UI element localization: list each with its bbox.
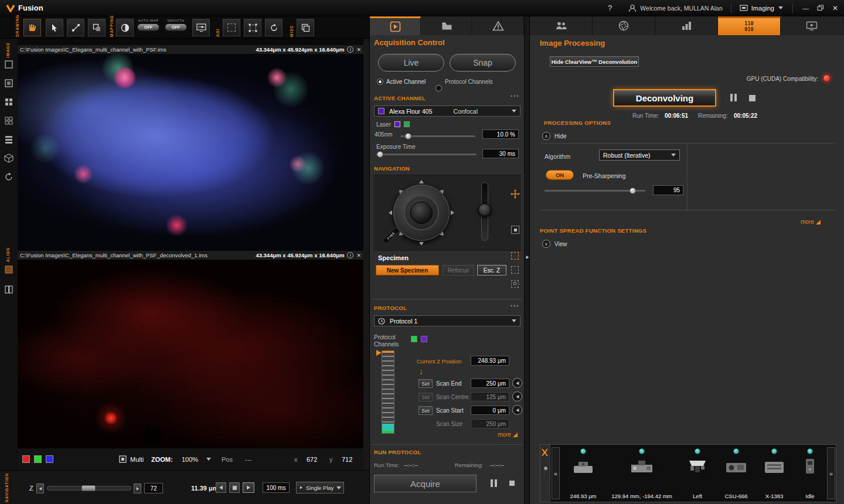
laser-power-slider[interactable]: [400, 135, 475, 137]
refresh-view-button[interactable]: [4, 172, 13, 183]
expand-panel-icon[interactable]: [526, 256, 529, 259]
copy-view-button[interactable]: [297, 19, 314, 36]
roi-preset-3-button[interactable]: [511, 280, 519, 288]
image2-info-icon[interactable]: i: [347, 252, 353, 258]
aoi-select-button[interactable]: [223, 19, 240, 36]
image1-canvas[interactable]: [18, 54, 363, 251]
channel-selector-dropdown[interactable]: Alexa Flour 405 Confocal: [374, 105, 520, 117]
protocol-channels-radio[interactable]: [435, 85, 442, 91]
scan-start-value[interactable]: 0 μm: [471, 406, 509, 415]
align-tool-button[interactable]: [4, 265, 13, 275]
protocol-channels-radio-label[interactable]: Protocol Channels: [445, 79, 493, 85]
multi-grid-view-button[interactable]: [4, 116, 13, 127]
refocus-button[interactable]: Refocus: [443, 265, 474, 275]
roi-preset-1-button[interactable]: [511, 252, 519, 260]
image2-close-icon[interactable]: ✕: [356, 253, 361, 258]
split-align-button[interactable]: [4, 285, 13, 295]
snap-button[interactable]: Snap: [450, 54, 516, 71]
play-forward-button[interactable]: [243, 482, 254, 493]
protocol-purple-channel-swatch[interactable]: [421, 336, 427, 342]
close-button[interactable]: ✕: [832, 4, 838, 12]
hand-tool-button[interactable]: [23, 19, 41, 36]
device-laser-unit[interactable]: X-1383: [755, 445, 793, 502]
presharpening-value[interactable]: 95: [653, 185, 683, 195]
automap-toggle[interactable]: OFF: [137, 23, 159, 31]
image2-canvas[interactable]: [18, 260, 363, 448]
active-channel-menu[interactable]: •••: [511, 93, 519, 99]
stage-limits-icon[interactable]: [511, 226, 519, 234]
hide-clearview-button[interactable]: Hide ClearView™ Deconvolution: [550, 56, 639, 67]
exposure-value[interactable]: 30 ms: [482, 149, 519, 158]
single-view-button[interactable]: [4, 60, 13, 70]
joystick-knob[interactable]: [410, 202, 433, 224]
collapse-options-button[interactable]: ∧: [542, 132, 550, 140]
zoom-value[interactable]: 100%: [182, 456, 198, 463]
shape-tool-button[interactable]: [88, 19, 106, 36]
protocol-menu[interactable]: •••: [511, 303, 519, 309]
green-channel-swatch[interactable]: [34, 455, 42, 463]
line-tool-button[interactable]: [67, 19, 84, 36]
dock-scroll-right-button[interactable]: »: [827, 447, 835, 499]
laser-green-checkbox[interactable]: [404, 121, 410, 127]
esc-z-button[interactable]: Esc. Z: [477, 265, 506, 275]
blue-channel-swatch[interactable]: [46, 455, 53, 463]
protocol-green-channel-swatch[interactable]: [411, 336, 417, 342]
grid-view-button[interactable]: [4, 97, 13, 108]
deconvolving-button[interactable]: Deconvolving: [613, 89, 716, 107]
image1-info-icon[interactable]: i: [347, 46, 353, 53]
aoi-edit-button[interactable]: [244, 19, 261, 36]
stop-deconvolution-button[interactable]: [749, 95, 755, 101]
device-z-stage[interactable]: 248.93 μm: [560, 445, 607, 502]
tab-alerts[interactable]: [473, 16, 524, 35]
scan-end-value[interactable]: 250 μm: [471, 379, 509, 388]
exposure-slider[interactable]: [376, 154, 477, 155]
hide-options-label[interactable]: Hide: [554, 133, 567, 139]
xy-joystick[interactable]: [389, 180, 454, 246]
service-tools-icon[interactable]: [541, 448, 549, 457]
grab-scan-end-button[interactable]: [512, 378, 522, 388]
active-channel-radio[interactable]: [377, 79, 383, 85]
layers-view-button[interactable]: [4, 135, 13, 145]
presharpening-toggle[interactable]: ON: [546, 170, 574, 180]
multi-channel-icon[interactable]: [119, 455, 127, 463]
z-frame-value[interactable]: 72: [144, 483, 163, 493]
tab-acquisition[interactable]: [370, 16, 421, 35]
volume-view-button[interactable]: [4, 154, 13, 164]
multi-label[interactable]: Multi: [130, 456, 144, 463]
z-current-marker-icon[interactable]: [376, 350, 382, 356]
pause-deconvolution-button[interactable]: [730, 94, 737, 101]
laser-power-value[interactable]: 10.0 %: [482, 130, 519, 139]
view-psf-label[interactable]: View: [554, 241, 567, 247]
zoom-caret-icon[interactable]: [206, 458, 211, 461]
z-stack-ladder[interactable]: [382, 350, 394, 434]
help-button[interactable]: ?: [608, 4, 612, 12]
tab-users[interactable]: [530, 16, 593, 35]
tab-optics[interactable]: [593, 16, 655, 35]
device-controller[interactable]: Idle: [793, 445, 827, 502]
contrast-tool-button[interactable]: [116, 19, 134, 36]
display-settings-button[interactable]: [192, 19, 210, 36]
z-step-back-button[interactable]: [36, 483, 44, 493]
smooth-toggle[interactable]: OFF: [165, 23, 187, 31]
restore-button[interactable]: [817, 5, 824, 11]
exposure-thumb[interactable]: [377, 151, 383, 158]
active-channel-radio-label[interactable]: Active Channel: [386, 79, 426, 85]
device-objective-turret[interactable]: Left: [678, 445, 717, 502]
z-slider-handle[interactable]: [81, 485, 96, 491]
image1-close-icon[interactable]: ✕: [356, 47, 361, 53]
new-specimen-button[interactable]: New Specimen: [376, 265, 439, 275]
play-mode-dropdown[interactable]: Single Play: [296, 482, 344, 493]
device-xy-stage[interactable]: 129.94 mm, -194.42 mm: [609, 445, 675, 502]
protocol-dropdown[interactable]: Protocol 1: [374, 315, 520, 326]
tab-display[interactable]: [781, 16, 843, 35]
mode-selector[interactable]: Imaging: [751, 5, 774, 12]
center-stage-icon[interactable]: [511, 189, 520, 199]
presharpening-thumb[interactable]: [629, 188, 636, 194]
psf-more-link[interactable]: more: [801, 219, 821, 225]
filled-view-button[interactable]: [4, 79, 13, 89]
stop-playback-button[interactable]: [229, 482, 240, 493]
expand-psf-button[interactable]: ∨: [542, 240, 550, 248]
minimize-button[interactable]: —: [802, 5, 809, 12]
play-backward-button[interactable]: [216, 482, 226, 493]
algorithm-dropdown[interactable]: Robust (Iterative): [599, 149, 680, 161]
